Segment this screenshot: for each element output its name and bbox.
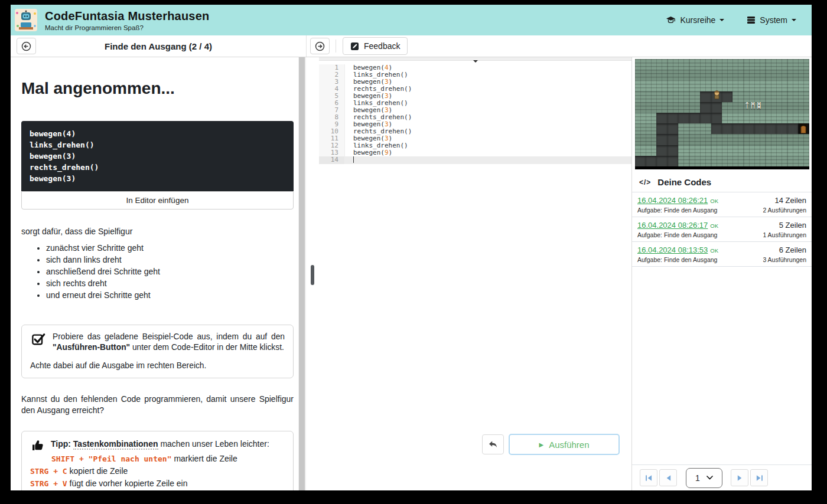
wall-tile xyxy=(798,80,809,91)
wall-tile xyxy=(754,70,765,80)
wall-tile xyxy=(646,134,656,145)
tip-title: Tipp: Tastenkombinationen machen unser L… xyxy=(30,438,285,449)
wall-tile xyxy=(646,145,656,156)
wall-tile xyxy=(646,80,656,91)
wall-tile xyxy=(722,70,732,80)
editor-collapse-handle[interactable] xyxy=(319,57,631,61)
wall-tile xyxy=(776,80,787,91)
wall-tile xyxy=(787,156,798,166)
wall-tile xyxy=(678,123,689,134)
nav-label: Kursreihe xyxy=(680,15,715,25)
chevron-down-icon xyxy=(792,19,796,24)
wall-tile xyxy=(678,91,689,102)
shortcut-row: STRG + SHIFT + D dupliziert die aktuelle… xyxy=(30,490,285,490)
divider-grip-handle[interactable] xyxy=(311,265,314,285)
page-number: 1 xyxy=(695,473,700,483)
wall-tile xyxy=(700,134,711,145)
wall-tile xyxy=(754,80,765,91)
code-timestamp-link[interactable]: 16.04.2024 08:13:53 xyxy=(637,246,708,254)
next-page-button[interactable] xyxy=(731,469,748,486)
line-number: 6 xyxy=(319,100,345,107)
wall-tile xyxy=(700,70,711,80)
code-task-name: Aufgabe: Finde den Ausgang xyxy=(637,256,717,263)
wall-tile xyxy=(722,156,732,166)
first-page-icon xyxy=(645,474,653,482)
example-code-block: bewegen(4) links_drehen() bewegen(3) rec… xyxy=(21,121,294,191)
wall-tile xyxy=(787,91,798,102)
code-timestamp-link[interactable]: 16.04.2024 08:26:21 xyxy=(637,196,708,205)
run-button[interactable]: ▶ Ausführen xyxy=(509,434,620,455)
collapse-editor-panel-button[interactable] xyxy=(310,38,330,54)
code-entry-link-wrap: 16.04.2024 08:13:53OK xyxy=(637,244,718,255)
wall-tile xyxy=(744,145,754,156)
collapse-left-panel-button[interactable] xyxy=(17,38,36,54)
shortcut-desc: kopiert die Zeile xyxy=(67,466,128,476)
code-editor[interactable]: 1bewegen(4)2links_drehen()3bewegen(3)4re… xyxy=(319,64,631,164)
insert-into-editor-button[interactable]: In Editor einfügen xyxy=(21,191,294,210)
wall-tile xyxy=(766,156,776,166)
wall-tile xyxy=(689,59,700,70)
code-icon: </> xyxy=(639,178,651,186)
step-item: zunächst vier Schritte geht xyxy=(46,243,294,254)
arrow-left-circle-icon xyxy=(21,41,31,51)
editor-line[interactable]: 13bewegen(9) xyxy=(319,149,631,156)
wall-tile xyxy=(766,102,776,113)
feedback-button[interactable]: Feedback xyxy=(343,37,408,55)
wall-tile xyxy=(787,102,798,113)
wall-tile xyxy=(635,59,646,70)
nav-menu-kursreihe[interactable]: Kursreihe xyxy=(666,15,724,25)
wall-tile xyxy=(668,102,678,113)
check-square-icon xyxy=(31,332,46,349)
undo-button[interactable] xyxy=(482,434,504,454)
first-page-button[interactable] xyxy=(640,469,657,486)
left-panel-scrollbar[interactable] xyxy=(298,57,305,490)
game-map: ᛏᛗᛥ xyxy=(635,59,809,169)
wall-tile xyxy=(711,59,722,70)
wall-tile xyxy=(766,145,776,156)
text-cursor xyxy=(353,156,354,163)
codes-list: 16.04.2024 08:26:21OK14 ZeilenAufgabe: F… xyxy=(632,192,812,267)
wall-tile xyxy=(732,102,743,113)
code-entry: 16.04.2024 08:26:17OK5 ZeilenAufgabe: Fi… xyxy=(632,217,812,242)
wall-tile xyxy=(754,91,765,102)
wall-tile xyxy=(722,134,732,145)
toolbar-left: Finde den Ausgang (2 / 4) xyxy=(11,35,307,57)
page-select[interactable]: 1 xyxy=(686,468,722,488)
wall-tile xyxy=(744,156,754,166)
code-task-name: Aufgabe: Finde den Ausgang xyxy=(637,231,717,238)
undo-arrow-icon xyxy=(488,440,498,449)
wall-tile xyxy=(722,113,732,123)
wall-tile xyxy=(678,102,689,113)
wall-tile xyxy=(689,91,700,102)
code-timestamp-link[interactable]: 16.04.2024 08:26:17 xyxy=(637,221,708,230)
header-titles: CodeFuntasia Musterhausen Macht dir Prog… xyxy=(45,9,209,31)
wall-tile xyxy=(776,113,787,123)
robot-logo-icon xyxy=(15,9,37,31)
wall-tile xyxy=(689,80,700,91)
toolbar-separator xyxy=(336,40,336,53)
step-item: anschließend drei Schritte geht xyxy=(46,266,294,277)
code-text: bewegen(9) xyxy=(345,149,392,156)
challenge-question: Kannst du den fehlenden Code programmier… xyxy=(21,394,294,416)
task-note: Achte dabei auf die Ausgabe im rechten B… xyxy=(30,361,285,371)
task-box: Probiere das geladene Beispiel-Code aus,… xyxy=(21,325,294,378)
play-icon: ▶ xyxy=(539,441,543,448)
wall-tile xyxy=(744,91,754,102)
editor-line[interactable]: 14 xyxy=(319,156,631,164)
path-tile xyxy=(656,134,667,145)
wall-tile xyxy=(646,113,656,123)
path-tile xyxy=(711,123,722,134)
nav-menu-system[interactable]: System xyxy=(747,15,796,25)
wall-tile xyxy=(635,70,646,80)
wall-tile xyxy=(766,113,776,123)
wall-tile xyxy=(678,145,689,156)
last-page-button[interactable] xyxy=(750,469,768,486)
path-tile xyxy=(700,91,711,102)
wall-tile xyxy=(635,145,646,156)
code-line-count: 6 Zeilen xyxy=(779,246,806,254)
previous-page-button[interactable] xyxy=(659,469,677,486)
wall-tile xyxy=(656,102,667,113)
line-number: 2 xyxy=(319,71,345,78)
main-area: Mal angenommen... bewegen(4) links_drehe… xyxy=(11,57,812,490)
path-tile xyxy=(656,113,667,123)
